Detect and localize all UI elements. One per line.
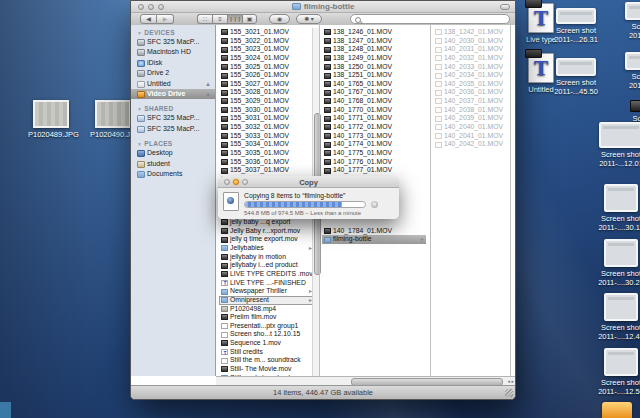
file-row[interactable]: 155_3027_01.MOV: [219, 80, 314, 89]
file-row[interactable]: 155_3023_01.MOV: [219, 45, 314, 54]
file-row[interactable]: 155_3025_01.MOV: [219, 63, 314, 72]
file-row[interactable]: 140_1770_01.MOV: [322, 106, 426, 115]
file-row[interactable]: 138_1251_01.MOV: [322, 71, 426, 80]
file-row[interactable]: 138_1250_01.MOV: [322, 63, 426, 72]
sidebar-item-sfc-325-macp-[interactable]: SFC 325 MacP...: [131, 113, 215, 123]
sidebar-item-idisk[interactable]: iDisk: [131, 58, 215, 68]
file-row[interactable]: Still the m... soundtrack: [219, 356, 314, 365]
window-titlebar[interactable]: filming-bottle: [131, 1, 515, 13]
file-row[interactable]: 138_1242_01.MOV: [433, 28, 509, 37]
file-row[interactable]: 140_2034_01.MOV: [433, 71, 509, 80]
file-row[interactable]: 155_3037_01.MOV: [219, 166, 314, 175]
sidebar-item-drive-2[interactable]: Drive 2: [131, 68, 215, 78]
desktop-icon-screenshot-2631[interactable]: Screen shot 2011-...26.31: [552, 8, 600, 45]
file-row[interactable]: 155_3034_01.MOV: [219, 140, 314, 149]
file-row[interactable]: 155_3028_01.MOV: [219, 88, 314, 97]
resize-grip[interactable]: [505, 389, 513, 397]
file-row[interactable]: 155_3031_01.MOV: [219, 114, 314, 123]
file-row[interactable]: 155_3030_01.MOV: [219, 106, 314, 115]
file-row[interactable]: Jelly Baby r...xport.mov: [219, 227, 314, 236]
file-row[interactable]: 140_1776_01.MOV: [322, 158, 426, 167]
file-row[interactable]: jellybaby in motion: [219, 253, 314, 262]
sidebar-item-untitled[interactable]: Untitled▲: [131, 79, 215, 89]
cancel-copy-button[interactable]: ✕: [371, 201, 378, 208]
scroll-arrows[interactable]: ◂ ▸: [508, 377, 514, 385]
sidebar-item-macintosh-hd[interactable]: Macintosh HD: [131, 47, 215, 57]
file-row[interactable]: 155_3036_01.MOV: [219, 158, 314, 167]
sidebar-item-desktop[interactable]: Desktop: [131, 148, 215, 158]
sidebar-item-sfc-325-macp-[interactable]: SFC 325 MacP...: [131, 37, 215, 47]
file-row[interactable]: Jellybabies▸: [219, 244, 314, 253]
icon-view-button[interactable]: ∷: [197, 14, 212, 24]
file-row[interactable]: 155_3032_01.MOV: [219, 123, 314, 132]
file-row[interactable]: jellybaby i...ed product: [219, 261, 314, 270]
eject-icon[interactable]: ▲: [205, 89, 211, 99]
file-row[interactable]: LIVE TYPE CREDITS .mov: [219, 270, 314, 279]
file-row[interactable]: 155_3029_01.MOV: [219, 97, 314, 106]
file-row[interactable]: Sequence 1.mov: [219, 339, 314, 348]
file-row[interactable]: Prelim film.mov: [219, 313, 314, 322]
eject-icon[interactable]: ▲: [205, 79, 211, 89]
file-row[interactable]: 140_2040_01.MOV: [433, 123, 509, 132]
back-button[interactable]: ◀: [140, 14, 157, 24]
file-row[interactable]: 140_2037_01.MOV: [433, 97, 509, 106]
file-row[interactable]: Still credits: [219, 348, 314, 357]
sidebar-item-student[interactable]: student: [131, 159, 215, 169]
file-row[interactable]: 140_2031_01.MOV: [433, 45, 509, 54]
desktop-icon-screenshot-4550[interactable]: Screen shot 2011-...45.50: [552, 58, 600, 97]
disclosure-triangle-icon[interactable]: ▼: [137, 30, 142, 36]
file-row[interactable]: jelly baby ...q export: [219, 218, 314, 227]
file-row[interactable]: 155_3021_01.MOV: [219, 28, 314, 37]
file-row[interactable]: 138_1247_01.MOV: [322, 37, 426, 46]
search-field[interactable]: [350, 14, 510, 24]
desktop-icon-cut-1[interactable]: Scr 2011: [622, 2, 640, 41]
file-row[interactable]: 140_1771_01.MOV: [322, 114, 426, 123]
file-row[interactable]: 140_1774_01.MOV: [322, 140, 426, 149]
desktop-icon-screenshot-3011[interactable]: Screen shot 2011-....30.11: [598, 184, 640, 233]
file-row[interactable]: 140_2042_01.MOV: [433, 140, 509, 149]
dialog-titlebar[interactable]: Copy: [218, 176, 399, 188]
list-view-button[interactable]: ≡: [212, 14, 227, 24]
sidebar-item-sfc-325-macp-[interactable]: SFC 325 MacP...: [131, 124, 215, 134]
forward-button[interactable]: ▶: [157, 14, 174, 24]
file-row[interactable]: P1020498.mp4: [219, 305, 314, 314]
action-menu-button[interactable]: ✱ ▾: [296, 14, 322, 24]
file-row[interactable]: 140_1784_01.MOV: [322, 227, 426, 236]
file-row[interactable]: 140_2035_01.MOV: [433, 80, 509, 89]
file-row[interactable]: 155_3035_01.MOV: [219, 149, 314, 158]
sidebar-item-video-drive[interactable]: Video Drive▲: [131, 89, 215, 99]
file-row[interactable]: 140_1775_01.MOV: [322, 149, 426, 158]
file-row[interactable]: 155_3026_01.MOV: [219, 71, 314, 80]
desktop-icon-screenshot-1250[interactable]: Screen shot 2011-....12.50: [598, 348, 640, 397]
desktop-icon-screenshot-1243[interactable]: Screen shot 2011-....12.43: [598, 293, 640, 342]
quick-look-button[interactable]: ◉: [269, 14, 290, 24]
file-row[interactable]: LIVE TYPE ...-FINISHED: [219, 279, 314, 288]
file-row[interactable]: 140_1777_01.MOV: [322, 166, 426, 175]
file-row[interactable]: Newspaper Thriller▸: [219, 287, 314, 296]
file-row[interactable]: 140_2033_01.MOV: [433, 63, 509, 72]
file-row[interactable]: filming-bottle▸: [322, 235, 426, 244]
file-row[interactable]: 140_1768_01.MOV: [322, 97, 426, 106]
file-row[interactable]: 138_1246_01.MOV: [322, 28, 426, 37]
file-row[interactable]: 140_2030_01.MOV: [433, 37, 509, 46]
file-row[interactable]: 140_1772_01.MOV: [322, 123, 426, 132]
file-row[interactable]: 138_1249_01.MOV: [322, 54, 426, 63]
file-row[interactable]: 155_3022_01.MOV: [219, 37, 314, 46]
file-row[interactable]: 138_1248_01.MOV: [322, 45, 426, 54]
disclosure-triangle-icon[interactable]: ▼: [137, 106, 142, 112]
file-row[interactable]: 140_1767_01.MOV: [322, 88, 426, 97]
file-row[interactable]: Omnipresent▸: [219, 296, 314, 305]
orange-folder-icon-cut[interactable]: [602, 402, 632, 418]
horizontal-scrollbar[interactable]: ◂ ▸: [216, 376, 515, 385]
file-row[interactable]: 140_2039_01.MOV: [433, 114, 509, 123]
file-row[interactable]: Presentati...ptx group1: [219, 322, 314, 331]
desktop-icon-p1020489[interactable]: P1020489.JPG: [28, 100, 74, 139]
desktop-icon-cut-2[interactable]: Scr 2011: [622, 52, 640, 91]
file-row[interactable]: 140_2032_01.MOV: [433, 54, 509, 63]
toolbar-toggle-lozenge[interactable]: [500, 4, 510, 10]
file-row[interactable]: 155_3024_01.MOV: [219, 54, 314, 63]
file-row[interactable]: 140_1765_01.MOV: [322, 80, 426, 89]
file-row[interactable]: 140_2041_01.MOV: [433, 132, 509, 141]
desktop-icon-screenshot-3021[interactable]: Screen shot 2011-....30.21: [598, 239, 640, 288]
file-row[interactable]: 140_2036_01.MOV: [433, 88, 509, 97]
